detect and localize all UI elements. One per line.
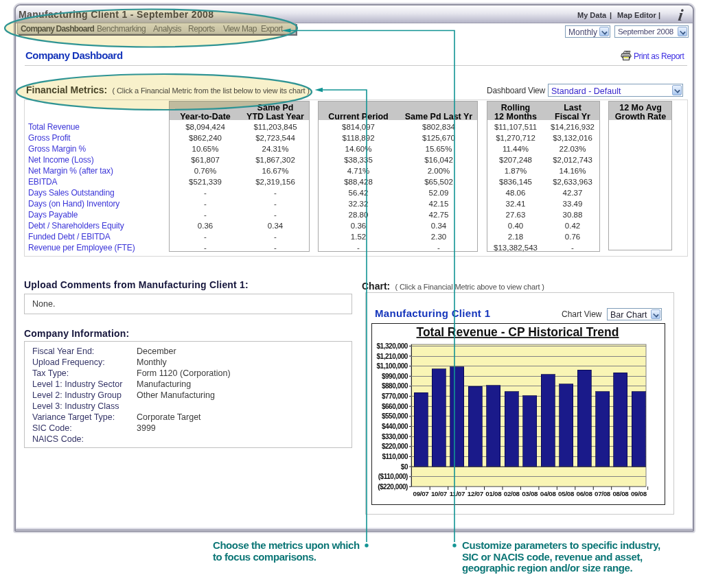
svg-text:02/08: 02/08 (504, 490, 520, 497)
svg-text:$330,000: $330,000 (382, 433, 408, 440)
svg-text:08/08: 08/08 (612, 490, 629, 497)
svg-text:09/07: 09/07 (413, 490, 429, 497)
svg-text:$440,000: $440,000 (382, 423, 408, 430)
svg-text:06/08: 06/08 (577, 490, 593, 497)
svg-text:04/08: 04/08 (540, 490, 557, 497)
svg-text:$1,100,000: $1,100,000 (376, 362, 408, 370)
svg-text:$1,210,000: $1,210,000 (376, 353, 408, 360)
svg-text:($110,000): ($110,000) (378, 473, 408, 480)
svg-text:Total Revenue - CP Historical: Total Revenue - CP Historical Trend (417, 325, 619, 339)
svg-text:($220,000): ($220,000) (378, 483, 408, 491)
svg-text:09/08: 09/08 (631, 490, 647, 497)
svg-text:$110,000: $110,000 (382, 453, 408, 460)
svg-text:07/08: 07/08 (595, 490, 611, 497)
svg-text:12/07: 12/07 (468, 490, 484, 497)
svg-text:01/08: 01/08 (485, 490, 502, 497)
svg-text:11/07: 11/07 (450, 490, 465, 497)
svg-text:$0: $0 (401, 463, 408, 471)
svg-text:$220,000: $220,000 (382, 443, 408, 450)
svg-text:$990,000: $990,000 (382, 373, 408, 380)
svg-text:$660,000: $660,000 (382, 403, 408, 410)
svg-text:05/08: 05/08 (558, 490, 575, 497)
svg-text:10/07: 10/07 (431, 490, 448, 497)
svg-text:$550,000: $550,000 (382, 412, 408, 420)
svg-text:03/08: 03/08 (522, 490, 538, 497)
svg-text:$770,000: $770,000 (382, 392, 408, 400)
svg-text:$880,000: $880,000 (382, 382, 408, 390)
svg-text:$1,320,000: $1,320,000 (376, 342, 408, 350)
